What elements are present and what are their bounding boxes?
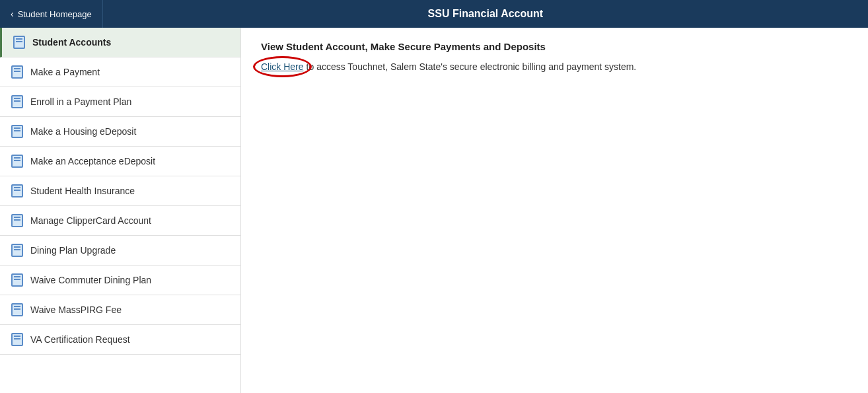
sidebar-item-label-make-housing-edeposit: Make a Housing eDeposit bbox=[30, 126, 136, 137]
sidebar-item-student-accounts[interactable]: Student Accounts bbox=[0, 28, 240, 57]
page-icon-va-certification bbox=[11, 333, 24, 346]
page-icon-enroll-payment-plan bbox=[11, 95, 24, 108]
content-body: Click Here to access Touchnet, Salem Sta… bbox=[261, 61, 848, 72]
page-icon-make-payment bbox=[11, 65, 24, 79]
sidebar-item-label-waive-commuter-dining: Waive Commuter Dining Plan bbox=[30, 275, 151, 285]
sidebar-collapse-button[interactable]: ‖ bbox=[240, 197, 241, 224]
page-icon-make-acceptance-edeposit bbox=[11, 155, 24, 168]
page-icon-student-accounts bbox=[13, 36, 26, 49]
sidebar-item-label-manage-clippercard: Manage ClipperCard Account bbox=[30, 215, 151, 226]
sidebar-item-manage-clippercard[interactable]: Manage ClipperCard Account bbox=[0, 206, 240, 236]
page-title: SSU Financial Account bbox=[103, 8, 868, 20]
page-icon-student-health-insurance bbox=[11, 184, 24, 197]
sidebar-item-label-enroll-payment-plan: Enroll in a Payment Plan bbox=[30, 96, 131, 107]
sidebar-item-make-payment[interactable]: Make a Payment bbox=[0, 57, 240, 87]
sidebar-item-label-make-payment: Make a Payment bbox=[30, 67, 100, 77]
sidebar-item-va-certification[interactable]: VA Certification Request bbox=[0, 325, 240, 355]
click-here-wrapper: Click Here bbox=[261, 61, 304, 72]
page-icon-dining-plan-upgrade bbox=[11, 244, 24, 257]
back-button-label: Student Homepage bbox=[18, 9, 92, 19]
page-icon-manage-clippercard bbox=[11, 214, 24, 227]
sidebar-item-label-waive-masspirg: Waive MassPIRG Fee bbox=[30, 304, 122, 315]
back-button[interactable]: ‹ Student Homepage bbox=[0, 0, 103, 28]
sidebar-item-label-va-certification: VA Certification Request bbox=[30, 334, 130, 345]
main-layout: Student AccountsMake a PaymentEnroll in … bbox=[0, 28, 868, 393]
content-title: View Student Account, Make Secure Paymen… bbox=[261, 41, 848, 52]
sidebar: Student AccountsMake a PaymentEnroll in … bbox=[0, 28, 241, 393]
sidebar-item-enroll-payment-plan[interactable]: Enroll in a Payment Plan bbox=[0, 87, 240, 117]
top-bar: ‹ Student Homepage SSU Financial Account bbox=[0, 0, 868, 28]
content-body-text: to access Touchnet, Salem State's secure… bbox=[307, 61, 637, 72]
content-area: View Student Account, Make Secure Paymen… bbox=[241, 28, 868, 393]
page-icon-waive-commuter-dining bbox=[11, 273, 24, 287]
sidebar-item-label-dining-plan-upgrade: Dining Plan Upgrade bbox=[30, 245, 116, 256]
sidebar-item-make-housing-edeposit[interactable]: Make a Housing eDeposit bbox=[0, 117, 240, 147]
sidebar-item-dining-plan-upgrade[interactable]: Dining Plan Upgrade bbox=[0, 236, 240, 266]
sidebar-item-label-student-health-insurance: Student Health Insurance bbox=[30, 186, 135, 196]
sidebar-item-make-acceptance-edeposit[interactable]: Make an Acceptance eDeposit bbox=[0, 147, 240, 176]
page-icon-make-housing-edeposit bbox=[11, 125, 24, 138]
sidebar-item-label-make-acceptance-edeposit: Make an Acceptance eDeposit bbox=[30, 156, 155, 166]
sidebar-item-label-student-accounts: Student Accounts bbox=[32, 37, 111, 48]
page-icon-waive-masspirg bbox=[11, 303, 24, 316]
sidebar-items-container: Student AccountsMake a PaymentEnroll in … bbox=[0, 28, 240, 355]
sidebar-item-student-health-insurance[interactable]: Student Health Insurance bbox=[0, 176, 240, 206]
click-here-link[interactable]: Click Here bbox=[261, 61, 304, 72]
chevron-left-icon: ‹ bbox=[11, 9, 14, 19]
sidebar-item-waive-commuter-dining[interactable]: Waive Commuter Dining Plan bbox=[0, 266, 240, 295]
sidebar-item-waive-masspirg[interactable]: Waive MassPIRG Fee bbox=[0, 295, 240, 325]
